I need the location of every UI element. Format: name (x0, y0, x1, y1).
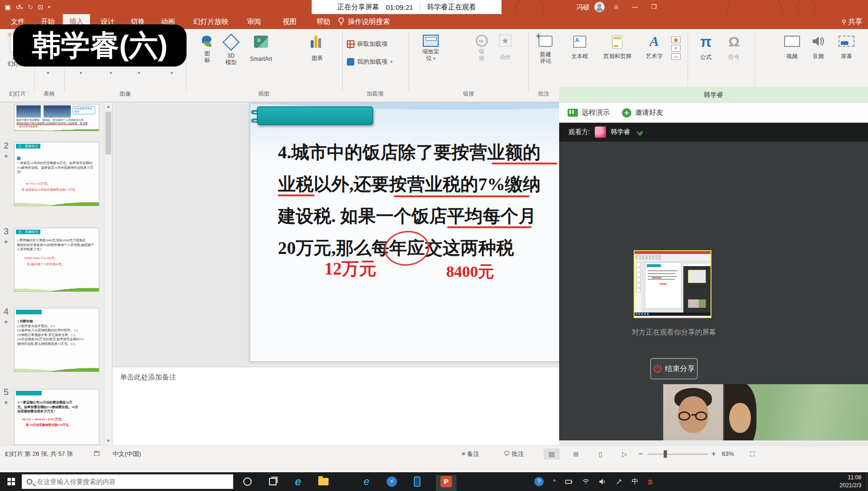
zoom-slider-thumb[interactable] (664, 450, 667, 458)
battery-icon[interactable] (565, 478, 573, 485)
link-button[interactable]: 链接 (472, 35, 491, 61)
pictures-dropdown-arrow[interactable]: ▾ (80, 70, 82, 75)
scroll-up-arrow[interactable]: ▲ (105, 102, 112, 111)
tab-help[interactable]: 帮助 (311, 14, 336, 29)
tell-me-search[interactable]: 操作说明搜索 (348, 14, 404, 29)
shapes-dropdown-arrow[interactable]: ▾ (171, 70, 173, 75)
zoom-in-button[interactable]: + (711, 449, 716, 459)
thumbnail-slide-4[interactable]: 2.判断对错 (1)税率是永远不变的。(×) (2)各种收入与应纳税额的比率叫税… (14, 308, 99, 372)
my-addins-button[interactable]: 我的加载项 ▾ (347, 58, 393, 66)
system-tray: ? ^ 中 S (534, 472, 652, 491)
slide-sorter-view-button[interactable]: ⊞ (568, 448, 584, 460)
slideshow-view-button[interactable]: ▷ (617, 448, 633, 460)
reading-view-button[interactable]: ▯ (592, 448, 608, 460)
zoom-percentage[interactable]: 63% (722, 449, 734, 459)
notes-toggle[interactable]: ≡ 备注 (462, 449, 479, 459)
thumbnail-slide-3[interactable]: 三、巩固练习 1.李阿姨的月工资是5000元,扣除3500元个税免征 额后的部分… (14, 228, 99, 292)
table-dropdown-arrow[interactable]: ▾ (47, 70, 49, 75)
taskbar-search[interactable] (22, 474, 233, 489)
ribbon-display-options-icon[interactable]: ⌸ (609, 0, 623, 14)
tab-view[interactable]: 视图 (277, 14, 302, 29)
file-explorer-icon[interactable] (317, 475, 330, 488)
current-slide[interactable]: 4.城市中的饭店除了要按营业额的 业税以外,还要按营业税的7%缴纳 建设税. 如… (250, 103, 559, 362)
volume-icon[interactable] (599, 478, 606, 485)
powerpoint-taskbar-icon[interactable]: P (436, 475, 456, 488)
show-desktop-strip[interactable] (866, 472, 868, 491)
notes-pane[interactable]: 单击此处添加备注 (112, 367, 559, 445)
restore-icon[interactable]: ❐ (647, 0, 661, 14)
smartart-button[interactable]: SmartArt (246, 36, 277, 62)
share-button[interactable]: ⚲ 共享 (842, 14, 868, 29)
account-avatar[interactable] (594, 2, 605, 12)
minimize-icon[interactable]: — (628, 0, 642, 14)
wordart-button[interactable]: A 艺术字 (641, 35, 667, 60)
hidden-icons-chevron[interactable]: ^ (553, 478, 556, 485)
taskbar-clock[interactable]: 11:08 2021/2/3 (839, 474, 861, 490)
pen-link-icon[interactable] (616, 478, 622, 485)
textbox-button[interactable]: 文本框 (566, 36, 593, 60)
thumbnail-scrollbar[interactable]: ▲ ▼ (104, 102, 112, 445)
internet-explorer-icon[interactable]: e (360, 475, 373, 488)
symbol-button[interactable]: Ω 符号 (722, 35, 746, 60)
start-button[interactable] (7, 478, 15, 485)
help-tray-icon[interactable]: ? (534, 477, 544, 486)
new-comment-button[interactable]: 新建评论 (533, 36, 558, 64)
task-view-icon[interactable] (266, 475, 279, 488)
customize-qat-icon[interactable]: ▾ (48, 0, 50, 14)
notes-placeholder[interactable]: 单击此处添加备注 (120, 373, 176, 382)
comments-toggle[interactable]: 🗩 批注 (504, 449, 524, 459)
video-button[interactable]: 视频 (780, 36, 804, 60)
wifi-icon[interactable] (582, 478, 590, 485)
remote-demo-button[interactable]: 远程演示 (568, 108, 610, 117)
call-window-titlebar[interactable]: 韩学睿 (559, 87, 868, 103)
undo-icon[interactable]: ↺▾ (15, 0, 23, 14)
call-toolbar: 远程演示 + 邀请好友 (559, 103, 868, 123)
preview-thumbnails (635, 261, 642, 312)
scrollbar-thumb[interactable] (105, 112, 111, 155)
header-footer-button[interactable]: 页眉和页脚 (596, 36, 638, 60)
tab-review[interactable]: 审阅 (242, 14, 266, 29)
thumb5-answer: 答:10月份应缴纳营业税0.78万元。 (26, 423, 97, 427)
3d-models-button[interactable]: 3D模型 (220, 35, 242, 66)
phone-assistant-icon[interactable] (411, 475, 424, 488)
zoom-out-button[interactable]: − (638, 449, 643, 459)
webcam-feed-student[interactable]: 韩学睿 (663, 384, 723, 440)
thumb5-line: 元。如果按营业额的3%缴纳营业税。10月 (17, 405, 97, 410)
datetime-number-object-buttons[interactable]: ▦ # ▭ (671, 37, 681, 60)
scroll-down-arrow[interactable]: ▼ (105, 437, 112, 445)
screen-recording-button[interactable]: 屏幕 (833, 36, 860, 60)
webcam-feed-teacher[interactable] (725, 384, 868, 440)
normal-view-button[interactable]: ▤ (544, 448, 560, 460)
slide-thumbnail-panel: 你知道哪些纳税项目! 税收主要分为消费税、增值税、营业税和个人所得税等几类, 缴… (0, 102, 112, 445)
tab-slideshow[interactable]: 幻灯片放映 (187, 14, 235, 29)
redo-icon[interactable]: ↻ (28, 0, 33, 14)
thumbnail-slide-1[interactable]: 你知道哪些纳税项目! 税收主要分为消费税、增值税、营业税和个人所得税等几类, 缴… (14, 104, 99, 131)
thumbnail-slide-5[interactable]: 3.一家运输公司10月份的营业额是26万 元。如果按营业额的3%缴纳营业税。10… (14, 389, 99, 445)
screenshot-dropdown-arrow[interactable]: ▾ (110, 70, 112, 75)
equation-button[interactable]: π 公式 (694, 35, 718, 60)
account-name[interactable]: 冯硕 (576, 0, 590, 14)
cortana-icon[interactable] (241, 475, 254, 488)
fit-slide-to-window-button[interactable]: ⛶ (744, 448, 760, 460)
save-icon[interactable]: ▣ (5, 0, 11, 14)
get-addins-button[interactable]: 获取加载项 (347, 40, 388, 48)
sogou-tray-icon[interactable]: S (648, 478, 652, 486)
audio-button[interactable]: 音频 (807, 36, 830, 60)
chart-button[interactable]: 图表 (306, 36, 329, 61)
thunder-app-icon[interactable]: ⚡ (385, 475, 398, 488)
zoom-slider[interactable] (648, 454, 708, 455)
photo-album-dropdown-arrow[interactable]: ▾ (138, 70, 140, 75)
search-input[interactable] (36, 477, 228, 486)
spellcheck-icon[interactable]: 🗔 (94, 449, 100, 459)
invite-friends-button[interactable]: + 邀请好友 (622, 108, 663, 118)
zoom-anchor-button[interactable]: 缩放定位 ▾ (416, 35, 445, 62)
edge-browser-icon[interactable]: e (292, 475, 305, 488)
action-button[interactable]: ★ 动作 (495, 35, 516, 60)
thumbnail-slide-2[interactable]: 二、新课导入 1 一家饭店10月份的营业额是30万元。如果按营业额的 5%缴纳营… (14, 142, 99, 206)
ime-language-indicator[interactable]: 中 (632, 477, 638, 486)
start-slideshow-icon[interactable]: ⊡ (38, 0, 44, 14)
icons-button[interactable]: 图标 (197, 35, 217, 63)
viewer-avatar[interactable] (595, 126, 606, 138)
end-share-button[interactable]: 结束分享 (650, 358, 698, 379)
language-indicator[interactable]: 中文(中国) (112, 449, 141, 459)
